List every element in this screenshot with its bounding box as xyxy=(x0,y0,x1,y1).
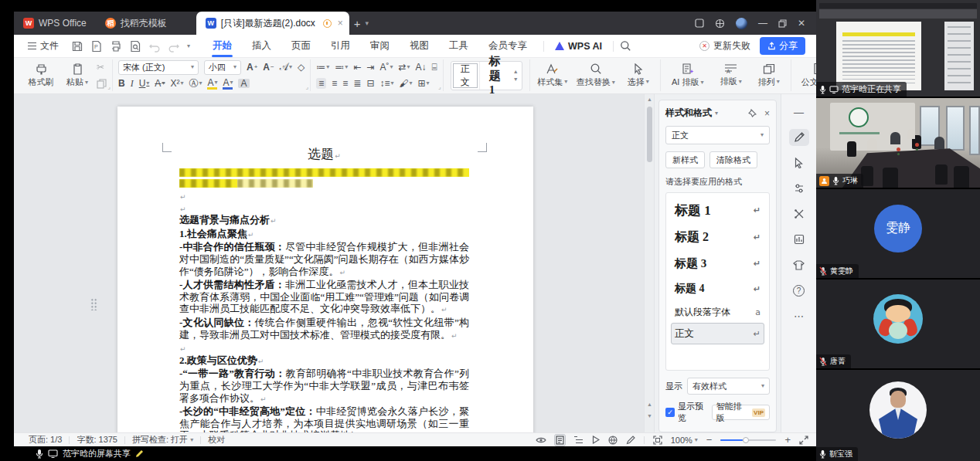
font-size-select[interactable]: 小四▾ xyxy=(204,60,241,75)
ai-typeset-button[interactable]: AI 排版▾ xyxy=(666,63,709,88)
font-color-icon[interactable]: A▾ xyxy=(223,78,233,90)
smart-typeset-button[interactable]: 智能排版 VIP xyxy=(712,405,770,420)
typeset-button[interactable]: A 排版▾ xyxy=(714,63,748,87)
style-item-标题 1[interactable]: 标题 1↵ xyxy=(671,196,764,224)
outline-view-icon[interactable] xyxy=(573,436,584,444)
line-spacing-icon[interactable]: ↕≡▾ xyxy=(379,79,393,88)
tab-list-chevron-icon[interactable]: ▾ xyxy=(366,12,377,35)
tab-docer-templates[interactable]: 稻 找稻壳模板 xyxy=(96,12,176,35)
scroll-up-icon[interactable]: ▲ xyxy=(647,97,652,102)
ribbon-tab-视图[interactable]: 视图 xyxy=(400,35,439,58)
document-area[interactable]: 选题↵↵↵选题背景与痛点分析↵1.社会痛点聚焦↵-中非合作的信任瓶颈：尽管中非经… xyxy=(14,94,644,432)
new-tab-button[interactable]: + xyxy=(349,12,366,35)
user-avatar[interactable] xyxy=(736,18,747,29)
update-status[interactable]: ✕ 更新失败 xyxy=(699,39,750,53)
skin-theme-icon[interactable] xyxy=(789,256,809,273)
distribute-icon[interactable]: ⊟ xyxy=(366,79,374,88)
select-button[interactable]: 选择▾ xyxy=(622,63,655,88)
superscript-icon[interactable]: X²▾ xyxy=(170,79,183,88)
restore-button[interactable] xyxy=(778,19,787,28)
eye-protect-icon[interactable] xyxy=(536,436,546,444)
increase-indent-icon[interactable]: ⇥ xyxy=(366,63,374,72)
tab-document[interactable]: W [只读]最新选题(2).docx × xyxy=(196,12,349,35)
tile-screenshare[interactable]: 范宇晗正在共享 xyxy=(816,0,980,97)
word-count[interactable]: 字数: 1375 xyxy=(70,434,124,446)
tile-room-video[interactable]: 巧琳 xyxy=(816,98,980,188)
dialog-launcher-icon[interactable]: ⌟ xyxy=(107,83,111,90)
format-painter-button[interactable]: 格式刷 xyxy=(24,63,58,88)
shading-icon[interactable]: 🖌▾ xyxy=(400,79,413,88)
decrease-indent-icon[interactable]: ⇤ xyxy=(353,63,361,72)
gallery-down-icon[interactable]: ▼ xyxy=(513,76,519,82)
document-page[interactable]: 选题↵↵↵选题背景与痛点分析↵1.社会痛点聚焦↵-中非合作的信任瓶颈：尽管中非经… xyxy=(117,107,533,432)
next-page-icon[interactable]: ▼ xyxy=(647,413,652,419)
sort-icon[interactable]: A↓ xyxy=(416,63,427,72)
ribbon-tab-插入[interactable]: 插入 xyxy=(242,35,281,58)
minimize-button[interactable]: — xyxy=(758,19,767,28)
quick-access-chevron-icon[interactable]: ▾ xyxy=(187,43,190,49)
show-marks-icon[interactable]: ⌸ xyxy=(432,63,437,72)
cut-icon[interactable]: ✂ xyxy=(97,63,104,72)
ribbon-tab-页面[interactable]: 页面 xyxy=(281,35,321,58)
play-view-icon[interactable] xyxy=(592,436,600,444)
globe-settings-icon[interactable] xyxy=(715,19,725,29)
pin-icon[interactable] xyxy=(748,109,757,117)
collapse-panel-icon[interactable]: — xyxy=(789,103,809,120)
highlight-color-icon[interactable]: A▾ xyxy=(207,78,217,90)
scrollbar-thumb[interactable] xyxy=(647,107,652,162)
zoom-out-icon[interactable]: − xyxy=(706,434,713,446)
copy-icon[interactable] xyxy=(97,79,107,89)
edit-pencil-icon[interactable] xyxy=(789,129,809,146)
annotate-pencil-icon[interactable] xyxy=(135,449,144,458)
zoom-level[interactable]: 100% ▾ xyxy=(671,436,698,445)
close-button[interactable]: ✕ xyxy=(798,19,805,28)
bold-icon[interactable]: B xyxy=(118,79,125,88)
web-view-icon[interactable] xyxy=(608,436,618,445)
current-style-select[interactable]: 正文 ▾ xyxy=(665,126,770,144)
ribbon-tab-审阅[interactable]: 审阅 xyxy=(360,35,400,58)
tile-participant[interactable]: 唐菁 xyxy=(816,280,980,368)
show-preview-checkbox[interactable]: ✓ 显示预览 xyxy=(665,401,712,424)
zoom-slider[interactable] xyxy=(720,439,776,441)
help-icon[interactable]: ? xyxy=(789,282,809,299)
proofread-button[interactable]: 校对 xyxy=(201,434,232,446)
dialog-launcher-icon[interactable]: ⌟ xyxy=(438,83,441,90)
chart-tool-icon[interactable] xyxy=(789,231,809,248)
style-item-正文[interactable]: 正文↵ xyxy=(671,323,764,344)
clear-format-button[interactable]: 清除格式 xyxy=(709,151,757,168)
underline-icon[interactable]: U▾ xyxy=(139,79,150,88)
search-icon[interactable] xyxy=(620,40,631,52)
find-replace-button[interactable]: 查找替换▾ xyxy=(574,63,618,88)
show-filter-select[interactable]: 有效样式 ▾ xyxy=(687,378,770,395)
arrange-button[interactable]: 排列▾ xyxy=(753,63,785,88)
cjk-layout-icon[interactable]: ⇄▾ xyxy=(398,63,410,72)
zoom-in-icon[interactable]: + xyxy=(784,434,791,446)
export-pdf-icon[interactable]: P xyxy=(90,40,103,53)
style-heading1-cell[interactable]: 标题 1 xyxy=(479,62,510,90)
file-menu[interactable]: 文件 xyxy=(22,39,65,53)
char-border-icon[interactable]: Ⓐ▾ xyxy=(189,79,202,88)
save-icon[interactable] xyxy=(71,40,83,53)
char-shading-icon[interactable]: A xyxy=(238,79,249,88)
tab-overview-icon[interactable] xyxy=(695,19,704,28)
ribbon-tab-引用[interactable]: 引用 xyxy=(321,35,360,58)
tile-participant[interactable]: 雯静 黄雯静 xyxy=(816,189,980,278)
page-view-icon[interactable] xyxy=(555,435,565,446)
shrink-font-icon[interactable]: A− xyxy=(263,63,274,72)
page-indicator[interactable]: 页面: 1/3 xyxy=(22,434,69,446)
undo-icon[interactable] xyxy=(148,40,161,53)
spellcheck-status[interactable]: 拼写检查: 打开 ▾ xyxy=(125,434,200,446)
close-tab-icon[interactable]: × xyxy=(338,18,343,29)
new-style-button[interactable]: 新样式 xyxy=(665,151,705,168)
paste-button[interactable]: 粘贴▾ xyxy=(63,63,92,88)
bullet-list-icon[interactable]: ≔▾ xyxy=(316,63,329,72)
align-right-icon[interactable]: ≡ xyxy=(342,79,348,88)
print-icon[interactable] xyxy=(110,40,122,53)
adjust-sliders-icon[interactable] xyxy=(789,180,809,197)
tile-participant[interactable]: 靳宝强 xyxy=(816,370,980,461)
numbered-list-icon[interactable]: ≕▾ xyxy=(335,63,348,72)
justify-icon[interactable]: ≣ xyxy=(353,79,361,88)
ribbon-tab-会员专享[interactable]: 会员专享 xyxy=(478,35,537,58)
doc-status-icon[interactable] xyxy=(323,19,332,28)
italic-icon[interactable]: I xyxy=(131,79,134,88)
